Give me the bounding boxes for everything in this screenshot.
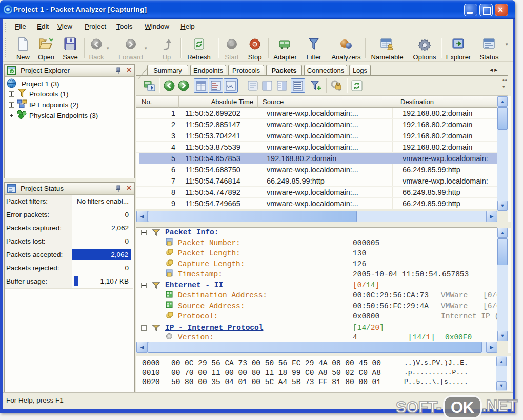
svg-text:6A: 6A — [227, 84, 233, 89]
